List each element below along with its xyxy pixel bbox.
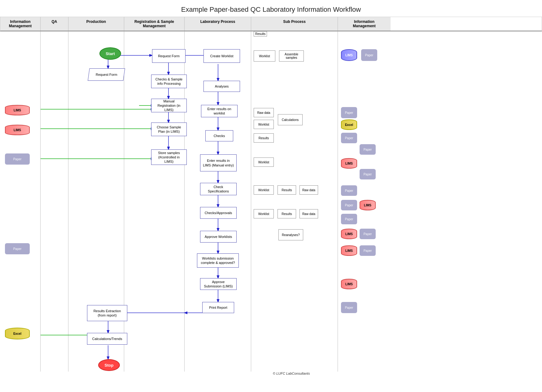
paper-right5: Paper: [341, 185, 357, 196]
lane-qa: [41, 31, 68, 372]
reanalyses: Reanalyses?: [278, 229, 303, 240]
copyright: © LUFC LabConsultants: [273, 372, 310, 375]
worklist-sub4: Worklist: [254, 185, 274, 195]
paper-right-bottom: Paper: [341, 302, 357, 313]
lims7: LIMS: [341, 245, 357, 256]
results-sub1: Results: [254, 133, 274, 143]
header-row: Information Management QA Production Reg…: [0, 17, 542, 31]
header-qa: QA: [41, 17, 68, 31]
excel2: Excel: [5, 328, 30, 339]
paper-right2: Paper: [341, 133, 357, 143]
worklist-sub3: Worklist: [254, 157, 274, 167]
paper-left: Paper: [5, 153, 30, 165]
header-info-mgmt-2: Information Management: [338, 17, 391, 31]
paper-right3: Paper: [360, 144, 376, 155]
manual-reg: Manual Registration (in LIMS): [151, 99, 187, 112]
raw-data3: Raw data: [299, 209, 318, 218]
choose-sample: Choose Sample Plan (in LIMS): [151, 123, 187, 136]
calculations-sub: Calculations: [278, 114, 303, 125]
checks: Checks: [205, 130, 233, 141]
assemble-samples: Assemble samples: [279, 50, 304, 62]
results-extraction: Results Extraction (from report): [87, 305, 127, 321]
stop-node: Stop: [98, 359, 120, 371]
worklist-sub1: Worklist: [254, 50, 275, 62]
worklist-sub2: Worklist: [254, 120, 274, 129]
analyses: Analyses: [203, 81, 240, 92]
header-production: Production: [68, 17, 124, 31]
paper-right9: Paper: [360, 245, 376, 256]
lane-info-mgmt-1: [0, 31, 41, 372]
results-sub2: Results: [254, 31, 267, 37]
enter-results-worklist: Enter results on worklist: [201, 105, 238, 117]
header-info-mgmt-1: Information Management: [0, 17, 41, 31]
enter-results-lims: Enter results in LIMS (Manual entry): [200, 154, 237, 171]
diagram-container: Information Management QA Production Reg…: [0, 17, 542, 32]
create-worklist: Create Worklist: [203, 49, 240, 63]
raw-data1: Raw data: [254, 108, 274, 117]
paper-right6: Paper: [341, 200, 357, 210]
header-reg-sample: Registration & Sample Management: [124, 17, 185, 31]
paper1: Paper: [361, 49, 377, 61]
lims3: LIMS: [5, 125, 30, 135]
request-form-prod: Request Form: [88, 68, 125, 81]
lims6: LIMS: [341, 229, 357, 239]
lims5: LIMS: [360, 200, 376, 210]
checks-sample: Checks & Sample info Processing: [151, 75, 187, 88]
print-report: Print Report: [202, 302, 234, 313]
checks-approvals: Checks/Approvals: [200, 207, 237, 219]
raw-data2: Raw data: [299, 185, 318, 195]
store-samples: Store samples (#controlled in LIMS): [151, 149, 187, 165]
lims8: LIMS: [341, 279, 357, 289]
header-lab-process: Laboratory Process: [185, 17, 251, 31]
page-title: Example Paper-based QC Laboratory Inform…: [0, 0, 542, 17]
calculations-trends: Calculations/Trends: [87, 333, 127, 345]
lims1: LIMS: [341, 49, 357, 61]
paper-left2: Paper: [5, 243, 30, 254]
results-sub4: Results: [278, 209, 296, 218]
lane-sub-process: [251, 31, 338, 372]
worklists-submission: Worklists submission complete & approved…: [197, 253, 239, 268]
lims2: LIMS: [5, 105, 30, 115]
paper-right4: Paper: [360, 169, 376, 179]
start-node: Start: [99, 47, 121, 60]
paper-right7: Paper: [341, 214, 357, 224]
approve-submission: Approve Submission (LIMS): [200, 278, 237, 290]
approve-worklists: Approve Worklists: [200, 231, 237, 243]
lims4: LIMS: [341, 158, 357, 169]
paper-right8: Paper: [360, 229, 376, 239]
paper-right1: Paper: [341, 107, 357, 118]
request-form-reg: Request Form: [152, 49, 186, 63]
worklist-sub5: Worklist: [254, 209, 274, 218]
results-sub3: Results: [278, 185, 296, 195]
excel1: Excel: [341, 119, 357, 130]
header-sub-process: Sub Process: [251, 17, 338, 31]
check-specs: Check Specifications: [200, 183, 237, 195]
